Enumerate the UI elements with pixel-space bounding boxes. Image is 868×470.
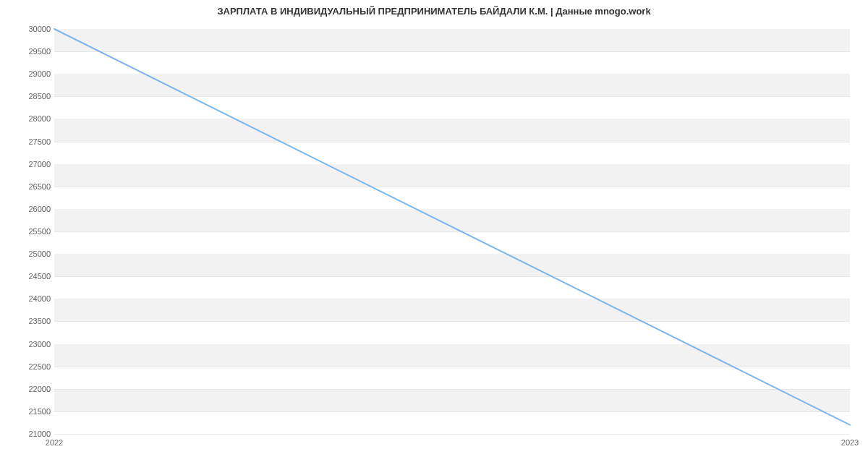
chart-container: ЗАРПЛАТА В ИНДИВИДУАЛЬНЫЙ ПРЕДПРИНИМАТЕЛ… [0,0,868,470]
y-tick-label: 27500 [28,137,51,146]
y-tick-label: 24500 [28,272,51,281]
y-tick-label: 24000 [28,294,51,303]
y-tick-label: 28000 [28,114,51,123]
series-line [54,29,850,425]
y-tick-label: 23000 [28,340,51,349]
y-tick-label: 22000 [28,385,51,393]
chart-title: ЗАРПЛАТА В ИНДИВИДУАЛЬНЫЙ ПРЕДПРИНИМАТЕЛ… [0,6,868,17]
line-layer [54,29,850,434]
grid-line [54,434,850,435]
y-tick-label: 25000 [28,249,51,258]
y-tick-label: 23500 [28,317,51,325]
y-tick-label: 28500 [28,92,51,101]
plot-area [54,29,850,435]
y-tick-label: 29000 [28,69,51,78]
y-tick-label: 29500 [28,47,51,56]
y-tick-label: 21000 [28,430,51,438]
x-tick-label: 2023 [841,438,859,447]
y-tick-label: 22500 [28,362,51,371]
y-tick-label: 26500 [28,182,51,191]
x-tick-label: 2022 [46,438,63,447]
y-tick-label: 30000 [28,25,51,33]
y-tick-label: 26000 [28,205,51,213]
y-tick-label: 25500 [28,227,51,236]
y-tick-label: 21500 [28,407,51,416]
y-tick-label: 27000 [28,160,51,168]
